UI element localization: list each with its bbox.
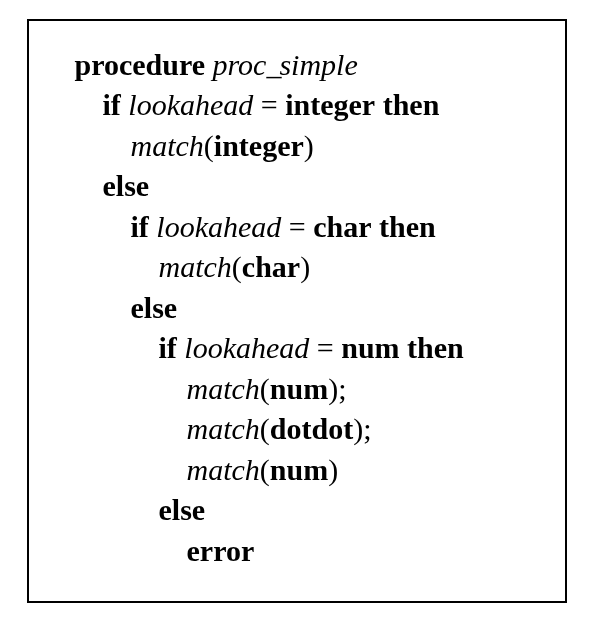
code-line-3: match(integer)	[47, 126, 547, 167]
paren-close: )	[304, 129, 314, 162]
token-num: num	[270, 453, 328, 486]
paren-open: (	[260, 372, 270, 405]
code-line-11: match(num)	[47, 450, 547, 491]
paren-open: (	[232, 250, 242, 283]
func-match: match	[159, 250, 232, 283]
var-lookahead: lookahead	[156, 210, 281, 243]
func-match: match	[187, 412, 260, 445]
code-line-4: else	[47, 166, 547, 207]
keyword-error: error	[187, 534, 255, 567]
keyword-if: if	[103, 88, 121, 121]
token-num: num	[270, 372, 328, 405]
code-line-12: else	[47, 490, 547, 531]
paren-open: (	[260, 453, 270, 486]
code-line-2: if lookahead = integer then	[47, 85, 547, 126]
keyword-then: then	[407, 331, 464, 364]
keyword-else: else	[103, 169, 150, 202]
keyword-if: if	[131, 210, 149, 243]
token-num: num	[341, 331, 399, 364]
equals: =	[317, 331, 341, 364]
pseudocode-box: procedure proc_simple if lookahead = int…	[27, 19, 567, 604]
keyword-then: then	[383, 88, 440, 121]
paren-close-semi: );	[353, 412, 371, 445]
token-char: char	[242, 250, 300, 283]
keyword-procedure: procedure	[75, 48, 206, 81]
code-line-8: if lookahead = num then	[47, 328, 547, 369]
keyword-else: else	[131, 291, 178, 324]
code-line-5: if lookahead = char then	[47, 207, 547, 248]
keyword-if: if	[159, 331, 177, 364]
paren-close: )	[300, 250, 310, 283]
paren-open: (	[204, 129, 214, 162]
equals: =	[261, 88, 285, 121]
var-lookahead: lookahead	[128, 88, 253, 121]
proc-underscore: _	[266, 48, 279, 81]
token-dotdot: dotdot	[270, 412, 353, 445]
code-line-1: procedure proc_simple	[47, 45, 547, 86]
code-line-10: match(dotdot);	[47, 409, 547, 450]
keyword-else: else	[159, 493, 206, 526]
proc-name-part1: proc	[213, 48, 267, 81]
token-char: char	[313, 210, 371, 243]
func-match: match	[187, 453, 260, 486]
equals: =	[289, 210, 313, 243]
code-line-6: match(char)	[47, 247, 547, 288]
func-match: match	[187, 372, 260, 405]
func-match: match	[131, 129, 204, 162]
token-integer: integer	[285, 88, 375, 121]
proc-name-part2: simple	[279, 48, 357, 81]
code-line-13: error	[47, 531, 547, 572]
var-lookahead: lookahead	[184, 331, 309, 364]
token-integer: integer	[214, 129, 304, 162]
keyword-then: then	[379, 210, 436, 243]
paren-close-semi: );	[328, 372, 346, 405]
paren-close: )	[328, 453, 338, 486]
code-line-7: else	[47, 288, 547, 329]
paren-open: (	[260, 412, 270, 445]
code-line-9: match(num);	[47, 369, 547, 410]
